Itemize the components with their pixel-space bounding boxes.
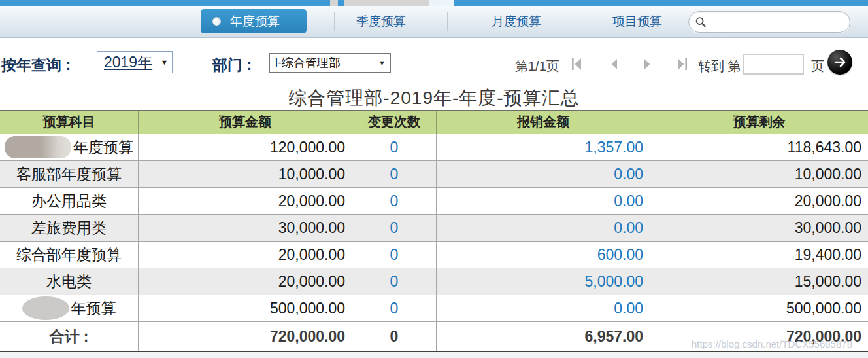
cell-budget: 20,000.00 (139, 268, 352, 295)
budget-table: 预算科目 预算金额 变更次数 报销金额 预算剩余 年度预算120,000.000… (0, 110, 868, 352)
first-page-button[interactable] (567, 55, 586, 73)
first-page-icon (569, 56, 584, 72)
cell-budget: 30,000.00 (139, 215, 352, 241)
cell-budget: 120,000.00 (139, 134, 352, 160)
table-row: 年度预算120,000.0001,357.00118,643.00 (0, 134, 868, 161)
cell-subject: 差旅费用类 (0, 215, 139, 241)
total-reimbursed: 6,957.00 (437, 322, 650, 351)
cell-budget: 500,000.00 (139, 295, 352, 321)
prev-page-button[interactable] (605, 55, 624, 73)
cell-subject: 年度预算 (0, 134, 139, 160)
browser-tab-active-segment (429, 0, 454, 6)
cell-reimbursed[interactable]: 0.00 (437, 161, 650, 187)
subject-text: 综合部年度预算 (16, 245, 122, 265)
subject-text: 办公用品类 (31, 191, 107, 211)
cell-reimbursed[interactable]: 5,000.00 (437, 268, 650, 295)
table-body: 年度预算120,000.0001,357.00118,643.00客服部年度预算… (0, 134, 868, 322)
department-label: 部门 : (212, 55, 252, 75)
cell-changes[interactable]: 0 (352, 134, 437, 160)
header-budget-amount: 预算金额 (139, 111, 352, 134)
redaction-blob (5, 136, 71, 158)
search-icon (695, 16, 707, 28)
cell-changes[interactable]: 0 (352, 215, 437, 241)
cell-changes[interactable]: 0 (352, 242, 437, 268)
cell-changes[interactable]: 0 (352, 188, 437, 214)
goto-page-label: 转到 第 (698, 58, 741, 75)
table-row: 客服部年度预算10,000.0000.0010,000.00 (0, 161, 868, 188)
cell-reimbursed[interactable]: 0.00 (437, 215, 650, 241)
browser-tab-segment (330, 0, 429, 6)
department-select-value: l-综合管理部 (275, 55, 341, 71)
browser-top-strip (0, 0, 868, 6)
year-query-label: 按年查询 : (1, 55, 71, 75)
total-budget: 720,000.00 (139, 322, 352, 351)
chevron-down-icon: ▼ (378, 59, 386, 67)
arrow-right-icon (833, 55, 847, 69)
page-info: 第1/1页 (515, 58, 559, 75)
cell-remaining: 15,000.00 (650, 268, 868, 295)
cell-remaining: 10,000.00 (650, 161, 868, 187)
table-total-row: 合计 : 720,000.00 0 6,957.00 720,000.00 (0, 322, 868, 352)
table-row: 综合部年度预算20,000.000600.0019,400.00 (0, 242, 868, 268)
filter-toolbar: 按年查询 : 2019年 ▼ 部门 : l-综合管理部 ▼ 第1/1页 转到 第… (0, 38, 868, 86)
year-select-value: 2019年 (104, 52, 152, 73)
year-select[interactable]: 2019年 ▼ (97, 51, 173, 73)
cell-reimbursed[interactable]: 600.00 (437, 242, 650, 268)
next-page-icon (639, 56, 655, 72)
subject-text: 差旅费用类 (31, 218, 107, 238)
table-row: 差旅费用类30,000.0000.0030,000.00 (0, 215, 868, 242)
total-changes: 0 (352, 322, 437, 351)
department-select[interactable]: l-综合管理部 ▼ (269, 53, 391, 73)
cell-reimbursed[interactable]: 0.00 (437, 188, 650, 214)
radio-dot-icon (212, 17, 221, 26)
bottom-strip (0, 352, 868, 358)
tab-annual-budget[interactable]: 年度预算 (201, 9, 307, 33)
cell-subject: 综合部年度预算 (0, 242, 139, 268)
goto-page-input[interactable] (743, 54, 804, 75)
tab-monthly-budget[interactable]: 月度预算 (477, 12, 556, 31)
cell-remaining: 30,000.00 (650, 215, 868, 241)
table-row: 水电类20,000.0005,000.0015,000.00 (0, 268, 868, 295)
page-suffix-label: 页 (811, 58, 824, 75)
total-label: 合计 : (0, 322, 139, 351)
search-box[interactable] (688, 11, 850, 33)
tab-quarterly-budget[interactable]: 季度预算 (342, 12, 420, 31)
tab-separator (334, 12, 335, 31)
prev-page-icon (607, 56, 622, 72)
cell-remaining: 118,643.00 (650, 134, 868, 160)
cell-changes[interactable]: 0 (352, 161, 437, 187)
subject-text: 水电类 (46, 272, 92, 292)
cell-changes[interactable]: 0 (352, 268, 437, 295)
cell-reimbursed[interactable]: 0.00 (437, 295, 650, 321)
go-button[interactable] (827, 50, 852, 75)
header-reimbursed-amount: 报销金额 (437, 111, 650, 134)
tab-project-budget[interactable]: 项目预算 (598, 12, 676, 31)
cell-remaining: 20,000.00 (650, 188, 868, 214)
tab-label: 年度预算 (230, 13, 280, 30)
cell-subject: 客服部年度预算 (0, 161, 139, 187)
last-page-icon (675, 56, 690, 72)
header-change-count: 变更次数 (352, 111, 437, 134)
next-page-button[interactable] (638, 55, 656, 73)
redaction-blob (22, 296, 69, 320)
cell-changes[interactable]: 0 (352, 295, 437, 321)
header-budget-remaining: 预算剩余 (650, 111, 868, 134)
cell-subject: 水电类 (0, 268, 139, 295)
search-input[interactable] (707, 14, 850, 30)
total-remaining: 720,000.00 (650, 322, 868, 351)
cell-subject: 年预算 (0, 295, 139, 321)
tab-separator (576, 12, 576, 31)
cell-budget: 20,000.00 (139, 242, 352, 268)
table-row: 年预算500,000.0000.00500,000.00 (0, 295, 868, 322)
subject-text: 年度预算 (73, 137, 133, 158)
cell-reimbursed[interactable]: 1,357.00 (437, 134, 650, 160)
chevron-down-icon: ▼ (161, 58, 168, 66)
table-row: 办公用品类20,000.0000.0020,000.00 (0, 188, 868, 215)
cell-remaining: 19,400.00 (650, 242, 868, 268)
subject-text: 年预算 (71, 298, 116, 319)
last-page-button[interactable] (673, 55, 692, 73)
cell-remaining: 500,000.00 (650, 295, 868, 321)
cell-budget: 10,000.00 (139, 161, 352, 187)
report-title: 综合管理部-2019年-年度-预算汇总 (0, 86, 868, 110)
header-subject: 预算科目 (0, 111, 139, 134)
